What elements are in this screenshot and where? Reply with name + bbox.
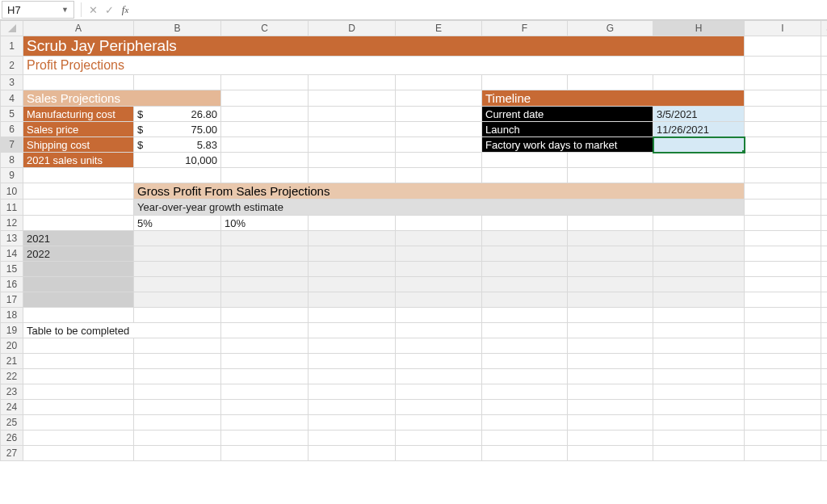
cell-I2[interactable] — [745, 57, 821, 75]
cell-C23[interactable] — [221, 384, 309, 400]
row-header-14[interactable]: 14 — [1, 246, 23, 262]
cell-J3[interactable] — [821, 75, 828, 90]
cell-H15[interactable] — [653, 262, 745, 277]
cell-A17[interactable] — [23, 292, 134, 308]
cell-H8[interactable] — [653, 153, 745, 168]
cell-C13[interactable] — [221, 231, 309, 246]
cell-D8[interactable] — [309, 153, 396, 168]
cell-J13[interactable] — [821, 231, 828, 246]
cell-D15[interactable] — [309, 262, 396, 277]
cell-E14[interactable] — [396, 246, 482, 262]
cell-E25[interactable] — [396, 415, 482, 430]
cell-I22[interactable] — [745, 369, 821, 384]
cell-G26[interactable] — [568, 430, 653, 446]
cell-I20[interactable] — [745, 338, 821, 354]
cell-F23[interactable] — [482, 384, 568, 400]
cell-A26[interactable] — [23, 430, 134, 446]
row-header-4[interactable]: 4 — [1, 90, 23, 107]
cell-A15[interactable] — [23, 262, 134, 277]
cell-F22[interactable] — [482, 369, 568, 384]
cell-B24[interactable] — [134, 400, 221, 415]
cell-D18[interactable] — [309, 308, 396, 323]
cell-H21[interactable] — [653, 354, 745, 369]
cell-A18[interactable] — [23, 308, 134, 323]
cell-H7[interactable] — [653, 137, 745, 153]
cell-G23[interactable] — [568, 384, 653, 400]
cell-B22[interactable] — [134, 369, 221, 384]
cell-I18[interactable] — [745, 308, 821, 323]
row-header-5[interactable]: 5 — [1, 107, 23, 122]
cell-J15[interactable] — [821, 262, 828, 277]
cell-A12[interactable] — [23, 216, 134, 231]
row-header-26[interactable]: 26 — [1, 430, 23, 446]
cell-I17[interactable] — [745, 292, 821, 308]
cell-F8[interactable] — [482, 153, 568, 168]
cell-J14[interactable] — [821, 246, 828, 262]
cell-G27[interactable] — [568, 446, 653, 461]
cell-B16[interactable] — [134, 277, 221, 292]
cell-A6[interactable]: Sales price — [23, 122, 134, 137]
cell-H3[interactable] — [653, 75, 745, 90]
cell-J9[interactable] — [821, 168, 828, 183]
cell-G24[interactable] — [568, 400, 653, 415]
cell-A21[interactable] — [23, 354, 134, 369]
cell-F19[interactable] — [482, 323, 568, 338]
cell-F26[interactable] — [482, 430, 568, 446]
cell-I5[interactable] — [745, 107, 821, 122]
cell-A14[interactable]: 2022 — [23, 246, 134, 262]
cell-G22[interactable] — [568, 369, 653, 384]
cell-E13[interactable] — [396, 231, 482, 246]
cell-J21[interactable] — [821, 354, 828, 369]
cell-F20[interactable] — [482, 338, 568, 354]
cell-C22[interactable] — [221, 369, 309, 384]
accept-icon[interactable]: ✓ — [101, 2, 117, 18]
cell-E16[interactable] — [396, 277, 482, 292]
cell-H14[interactable] — [653, 246, 745, 262]
cell-F14[interactable] — [482, 246, 568, 262]
cell-B6[interactable]: $75.00 — [134, 122, 221, 137]
cell-E17[interactable] — [396, 292, 482, 308]
cell-D16[interactable] — [309, 277, 396, 292]
cell-E3[interactable] — [396, 75, 482, 90]
cell-F3[interactable] — [482, 75, 568, 90]
cell-G20[interactable] — [568, 338, 653, 354]
cell-I11[interactable] — [745, 200, 821, 216]
cell-D20[interactable] — [309, 338, 396, 354]
cell-H27[interactable] — [653, 446, 745, 461]
cell-E4[interactable] — [396, 90, 482, 107]
cell-D4[interactable] — [309, 90, 396, 107]
cell-B3[interactable] — [134, 75, 221, 90]
cell-G9[interactable] — [568, 168, 653, 183]
cell-D14[interactable] — [309, 246, 396, 262]
cell-A24[interactable] — [23, 400, 134, 415]
cell-I1[interactable] — [745, 36, 821, 57]
cell-J18[interactable] — [821, 308, 828, 323]
row-header-1[interactable]: 1 — [1, 36, 23, 57]
cell-J7[interactable] — [821, 137, 828, 153]
row-header-13[interactable]: 13 — [1, 231, 23, 246]
cell-J1[interactable] — [821, 36, 828, 57]
cell-I10[interactable] — [745, 183, 821, 200]
cell-G13[interactable] — [568, 231, 653, 246]
cell-C9[interactable] — [221, 168, 309, 183]
cell-J19[interactable] — [821, 323, 828, 338]
cell-G16[interactable] — [568, 277, 653, 292]
cell-E7[interactable] — [396, 137, 482, 153]
cell-A4[interactable]: Sales Projections — [23, 90, 221, 107]
cell-H13[interactable] — [653, 231, 745, 246]
row-header-6[interactable]: 6 — [1, 122, 23, 137]
cell-A2[interactable]: Profit Projections — [23, 57, 745, 75]
cell-F17[interactable] — [482, 292, 568, 308]
cell-D13[interactable] — [309, 231, 396, 246]
cell-C21[interactable] — [221, 354, 309, 369]
cell-G19[interactable] — [568, 323, 653, 338]
cell-I4[interactable] — [745, 90, 821, 107]
cell-E12[interactable] — [396, 216, 482, 231]
col-header-G[interactable]: G — [568, 21, 653, 36]
cell-J8[interactable] — [821, 153, 828, 168]
cell-H5[interactable]: 3/5/2021 — [653, 107, 745, 122]
cell-D6[interactable] — [309, 122, 396, 137]
cell-B18[interactable] — [134, 308, 221, 323]
name-box[interactable]: H7 ▼ — [2, 1, 74, 19]
cell-A16[interactable] — [23, 277, 134, 292]
